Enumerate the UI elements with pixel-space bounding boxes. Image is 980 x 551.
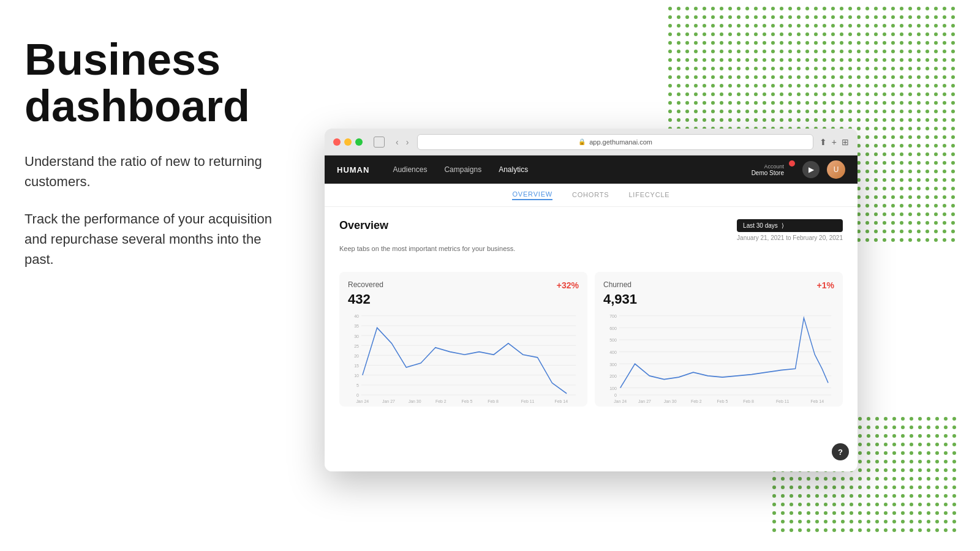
user-avatar[interactable]: U [827,160,845,179]
nav-right: Account Demo Store ▶ U [752,160,845,179]
chart-churned-value: 4,931 [603,291,834,307]
svg-text:600: 600 [609,325,617,331]
account-info: Account Demo Store [752,163,784,176]
svg-text:30: 30 [354,333,359,339]
nav-campaigns[interactable]: Campaigns [435,156,490,184]
svg-text:15: 15 [354,362,359,369]
svg-text:400: 400 [609,350,617,356]
tab-icon [374,137,385,148]
svg-text:500: 500 [609,337,617,343]
account-label: Account [752,163,784,170]
forward-arrow[interactable]: › [404,136,412,148]
svg-text:20: 20 [354,353,359,359]
notification-icon[interactable]: ▶ [802,161,820,178]
subtitle-2: Track the performance of your acquisitio… [24,209,288,269]
minimize-button[interactable] [344,138,352,146]
sub-nav: OVERVIEW COHORTS LIFECYCLE [325,184,858,207]
svg-text:300: 300 [609,361,617,367]
charts-grid: Recovered +32% 432 40 35 30 25 20 15 10 … [325,272,858,407]
svg-text:25: 25 [354,343,359,349]
browser-actions: ⬆ + ⊞ [820,137,849,147]
browser-window: ‹ › 🔒 app.gethumanai.com ⬆ + ⊞ HUMAN Aud… [325,129,858,471]
chart-churned: Churned +1% 4,931 700 600 500 400 300 20… [595,272,843,407]
svg-text:700: 700 [609,313,617,320]
main-title: Business dashboard [24,37,288,129]
chart-recovered-title: Recovered [348,280,383,289]
nav-arrows: ‹ › [393,136,411,148]
account-name: Demo Store [752,170,784,176]
app-logo: HUMAN [337,165,369,174]
url-text: app.gethumanai.com [589,138,652,146]
left-section: Business dashboard Understand the ratio … [24,37,288,287]
chart-recovered-header: Recovered +32% [348,280,579,290]
svg-text:Feb 8: Feb 8 [743,398,754,404]
svg-text:Jan 24: Jan 24 [356,398,369,404]
back-arrow[interactable]: ‹ [393,136,401,148]
svg-text:10: 10 [354,373,359,379]
svg-text:Feb 8: Feb 8 [488,398,499,404]
chart-churned-svg: 700 600 500 400 300 200 100 0 [603,312,834,404]
app-content: HUMAN Audiences Campaigns Analytics Acco… [325,156,858,471]
date-range-group: Last 30 days ⟩ January 21, 2021 to Febru… [737,219,843,241]
svg-text:Feb 2: Feb 2 [691,398,702,404]
svg-text:Feb 5: Feb 5 [717,398,728,404]
nav-analytics[interactable]: Analytics [490,156,537,184]
add-tab-icon[interactable]: + [832,137,837,147]
nav-audiences[interactable]: Audiences [384,156,435,184]
overview-title-group: Overview [339,219,388,232]
svg-text:200: 200 [609,373,617,380]
chart-churned-title: Churned [603,280,631,289]
svg-text:Feb 2: Feb 2 [435,398,447,404]
help-button[interactable]: ? [832,443,849,460]
svg-text:Jan 30: Jan 30 [409,398,421,404]
svg-text:0: 0 [614,392,617,399]
svg-text:Jan 27: Jan 27 [638,398,651,404]
svg-text:35: 35 [354,323,359,329]
chart-recovered-value: 432 [348,291,579,307]
subnav-overview[interactable]: OVERVIEW [512,190,552,200]
notification-dot [789,160,795,167]
svg-text:Jan 24: Jan 24 [614,398,627,404]
svg-text:Feb 5: Feb 5 [462,398,473,404]
maximize-button[interactable] [355,138,363,146]
svg-text:5: 5 [356,383,359,389]
svg-text:Feb 14: Feb 14 [810,398,824,404]
chevron-icon: ⟩ [782,222,784,229]
overview-description: Keep tabs on the most important metrics … [339,245,843,252]
browser-chrome: ‹ › 🔒 app.gethumanai.com ⬆ + ⊞ [325,129,858,156]
chart-churned-header: Churned +1% [603,280,834,290]
date-range-button[interactable]: Last 30 days ⟩ [737,219,843,232]
overview-header: Overview Last 30 days ⟩ January 21, 2021… [339,219,843,241]
svg-text:Jan 27: Jan 27 [382,398,395,404]
lock-icon: 🔒 [578,138,586,145]
chart-recovered-change: +32% [557,280,579,290]
sidebar-icon[interactable]: ⊞ [842,137,849,147]
subnav-lifecycle[interactable]: LIFECYCLE [628,191,669,200]
overview-title: Overview [339,219,388,232]
share-icon[interactable]: ⬆ [820,137,827,147]
svg-text:100: 100 [609,385,617,391]
app-nav: HUMAN Audiences Campaigns Analytics Acco… [325,156,858,184]
subtitle-1: Understand the ratio of new to returning… [24,151,288,192]
chart-recovered-svg: 40 35 30 25 20 15 10 5 0 [348,312,579,404]
traffic-lights [333,138,363,146]
chart-churned-change: +1% [817,280,834,290]
subnav-cohorts[interactable]: COHORTS [572,191,609,200]
svg-text:40: 40 [354,313,359,320]
overview-date: January 21, 2021 to February 20, 2021 [737,234,843,241]
overview-section: Overview Last 30 days ⟩ January 21, 2021… [325,207,858,272]
svg-text:0: 0 [356,392,359,399]
svg-text:Feb 11: Feb 11 [521,398,535,404]
close-button[interactable] [333,138,341,146]
svg-text:Jan 30: Jan 30 [664,398,677,404]
address-bar[interactable]: 🔒 app.gethumanai.com [417,134,813,150]
svg-text:Feb 11: Feb 11 [776,398,790,404]
svg-text:Feb 14: Feb 14 [554,398,568,404]
chart-recovered: Recovered +32% 432 40 35 30 25 20 15 10 … [339,272,587,407]
